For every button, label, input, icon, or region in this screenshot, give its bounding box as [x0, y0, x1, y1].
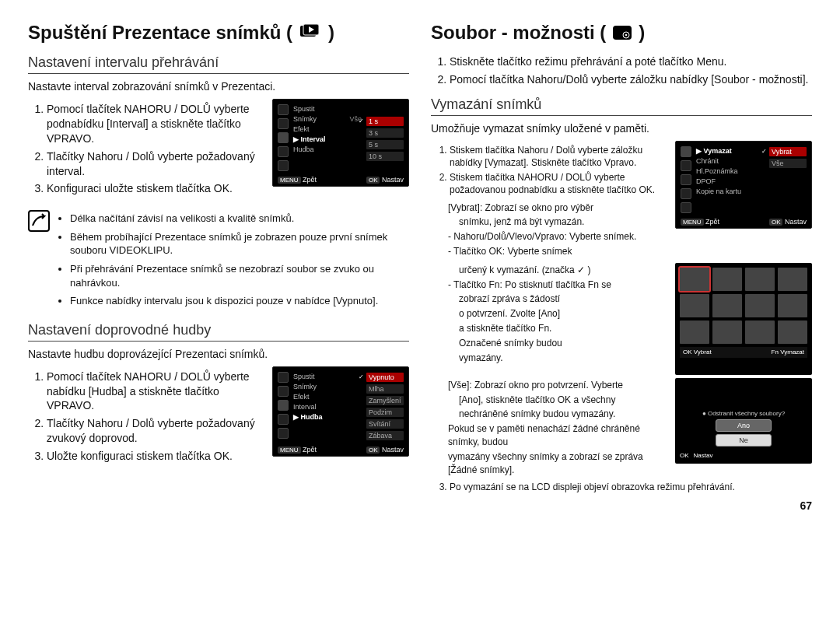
vybrat-fn-5: Označené snímky budou	[431, 337, 666, 350]
interval-step-2: Tlačítky Nahoru / Dolů vyberte požadovan…	[47, 149, 263, 179]
thumbs-select-label: Vybrat	[694, 349, 712, 356]
slideshow-play-icon	[299, 24, 322, 41]
file-intro-step-1: Stiskněte tlačítko režimu přehrávání a p…	[450, 54, 812, 69]
delete-lead: Umožňuje vymazat snímky uložené v paměti…	[431, 122, 812, 135]
delete-lcd-screenshot: ▶ Vymazat Chránit Hl.Poznámka DPOF Kopie…	[675, 141, 812, 229]
lcd-key-ok: OK	[769, 219, 783, 226]
dialog-set-label: Nastav	[694, 452, 713, 459]
dialog-no-button: Ne	[716, 434, 772, 447]
vybrat-fn-3: o potvrzení. Zvolte [Ano]	[431, 307, 666, 321]
lcd-key-ok: OK	[680, 452, 689, 459]
delete-step-3-list: Po vymazání se na LCD displeji objeví ob…	[431, 481, 812, 493]
svg-rect-4	[613, 26, 632, 40]
note-icon	[28, 210, 50, 312]
lcd-menuitem: Efekt	[293, 392, 362, 401]
lcd-key-ok: OK	[683, 349, 692, 356]
tail-line-2: vymazány všechny snímky a zobrazí se zpr…	[431, 450, 666, 477]
note-item: Při přehrávání Prezentace snímků se nezo…	[70, 262, 409, 289]
lcd-menuitem: Efekt	[293, 124, 362, 134]
lcd-menuitem: Spustit	[293, 104, 362, 114]
delete-step-1: Stiskem tlačítka Nahoru / Dolů vyberte z…	[450, 144, 666, 169]
lcd-key-ok: OK	[366, 177, 380, 184]
lcd-key-menu: MENU	[681, 219, 704, 226]
lcd-option: Zamyšlení	[366, 396, 404, 405]
lcd-menuitem: Spustit	[293, 372, 362, 381]
lcd-menuitem: Chránit	[696, 156, 765, 166]
lcd-option: Vše	[769, 159, 807, 168]
note-box: Délka načítání závisí na velikosti a kva…	[28, 210, 409, 312]
file-intro-step-2: Pomocí tlačítka Nahoru/Dolů vyberte zálo…	[450, 72, 812, 87]
interval-heading: Nastavení intervalu přehrávání	[28, 54, 409, 74]
lcd-key-menu: MENU	[278, 447, 301, 454]
file-intro-steps: Stiskněte tlačítko režimu přehrávání a p…	[431, 54, 812, 87]
lcd-option: 10 s	[366, 152, 404, 161]
lcd-key-ok: OK	[366, 447, 380, 454]
vse-label: [Vše]: Zobrazí okno pro potvrzení. Vyber…	[431, 379, 666, 392]
delete-steps: Stiskem tlačítka Nahoru / Dolů vyberte z…	[431, 144, 666, 197]
left-title: Spuštění Prezentace snímků ( )	[28, 22, 409, 44]
note-item: Délka načítání závisí na velikosti a kva…	[70, 212, 409, 226]
lcd-menuitem-selected: ▶ Interval	[293, 135, 362, 144]
lcd-option-selected: Vybrat	[769, 147, 807, 156]
lcd-option: Svítání	[366, 419, 404, 429]
delete-heading: Vymazání snímků	[431, 96, 812, 116]
vybrat-fn-6: vymazány.	[431, 352, 666, 365]
vybrat-nav: - Nahoru/Dolů/Vlevo/Vpravo: Vyberte sním…	[431, 230, 666, 243]
page-number: 67	[431, 499, 812, 512]
lcd-option: Mlha	[366, 384, 404, 394]
lcd-option: 3 s	[366, 128, 404, 138]
delete-step-2: Stiskem tlačítka NAHORU / DOLŮ vyberte p…	[450, 171, 666, 196]
svg-point-6	[625, 34, 627, 36]
vybrat-mark: určený k vymazání. (značka ✓ )	[431, 264, 666, 277]
lcd-key-fn: Fn	[772, 349, 779, 356]
delete-step-3: Po vymazání se na LCD displeji objeví ob…	[450, 481, 812, 493]
lcd-menuitem-selected: ▶ Hudba	[293, 412, 362, 422]
file-gear-icon	[612, 25, 632, 40]
svg-rect-3	[29, 211, 49, 231]
lcd-menuitem: Hl.Poznámka	[696, 166, 765, 176]
thumbs-delete-label: Vymazat	[780, 349, 804, 356]
thumbnail-grid-screenshot: OK Vybrat Fn Vymazat	[675, 263, 812, 375]
lcd-option-selected: 1 s	[366, 117, 404, 126]
lcd-back-label: Zpět	[705, 218, 719, 226]
music-step-1: Pomocí tlačítek NAHORU / DOLŮ vyberte na…	[47, 370, 263, 414]
music-lcd-screenshot: Spustit Snímky Efekt Interval ▶ Hudba Vy…	[272, 366, 409, 457]
vse-line-1: [Ano], stiskněte tlačítko OK a všechny	[431, 394, 666, 407]
note-item: Funkce nabídky intervalu jsou k dispozic…	[70, 294, 409, 308]
dialog-title: ● Odstranit všechny soubory?	[680, 410, 807, 417]
lcd-set-label: Nastav	[382, 176, 404, 184]
lcd-option: Zábava	[366, 431, 404, 440]
lcd-menuitem: SnímkyVše	[293, 114, 362, 124]
lcd-set-label: Nastav	[785, 218, 807, 226]
interval-step-1: Pomocí tlačítek NAHORU / DOLŮ vyberte po…	[47, 102, 263, 146]
lcd-menuitem: Kopie na kartu	[696, 187, 765, 196]
lcd-set-label: Nastav	[382, 446, 404, 454]
music-heading: Nastavení doprovodné hudby	[28, 322, 409, 342]
right-column: Soubor - možnosti ( ) Stiskněte tlačítko…	[431, 22, 812, 512]
interval-step-3: Konfiguraci uložte stiskem tlačítka OK.	[47, 181, 263, 196]
note-item: Během probíhající Prezentace snímků je z…	[70, 230, 409, 257]
lcd-back-label: Zpět	[303, 446, 317, 454]
lcd-option-selected: Vypnuto	[366, 373, 404, 382]
lcd-menuitem-selected: ▶ Vymazat	[696, 146, 765, 156]
dialog-yes-button: Ano	[716, 419, 772, 432]
lcd-menuitem: Hudba	[293, 145, 362, 154]
music-step-3: Uložte konfiguraci stiskem tlačítka OK.	[47, 449, 263, 464]
tail-line-1: Pokud se v paměti nenachází žádné chráně…	[431, 422, 666, 449]
lcd-key-menu: MENU	[278, 177, 301, 184]
music-steps: Pomocí tlačítek NAHORU / DOLŮ vyberte na…	[28, 370, 263, 464]
right-title-text: Soubor - možnosti (	[431, 22, 606, 44]
lcd-menuitem: Interval	[293, 402, 362, 412]
confirm-dialog-screenshot: ● Odstranit všechny soubory? Ano Ne OKNa…	[675, 378, 812, 464]
interval-steps: Pomocí tlačítek NAHORU / DOLŮ vyberte po…	[28, 102, 263, 196]
vybrat-ok: - Tlačítko OK: Vyberte snímek	[431, 245, 666, 258]
lcd-menuitem: DPOF	[696, 177, 765, 186]
right-title: Soubor - možnosti ( )	[431, 22, 812, 44]
vybrat-fn-2: zobrazí zpráva s žádostí	[431, 292, 666, 306]
lcd-option: Podzim	[366, 408, 404, 417]
vse-line-2: nechráněné snímky budou vymazány.	[431, 408, 666, 421]
right-title-close: )	[639, 22, 645, 44]
interval-lcd-screenshot: Spustit SnímkyVše Efekt ▶ Interval Hudba…	[272, 99, 409, 187]
vybrat-label: [Vybrat]: Zobrazí se okno pro výběr	[431, 201, 666, 215]
vybrat-fn-4: a stiskněte tlačítko Fn.	[431, 322, 666, 335]
